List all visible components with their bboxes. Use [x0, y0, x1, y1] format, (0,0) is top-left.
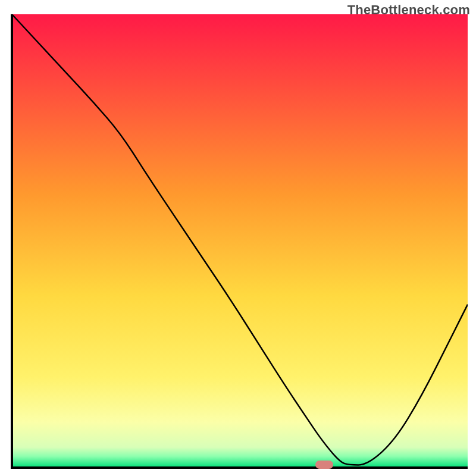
watermark-text: TheBottleneck.com: [347, 2, 470, 18]
chart-container: TheBottleneck.com: [0, 0, 476, 476]
optimal-point-marker: [315, 461, 333, 469]
bottleneck-plot: [0, 0, 476, 476]
gradient-background: [12, 14, 468, 468]
